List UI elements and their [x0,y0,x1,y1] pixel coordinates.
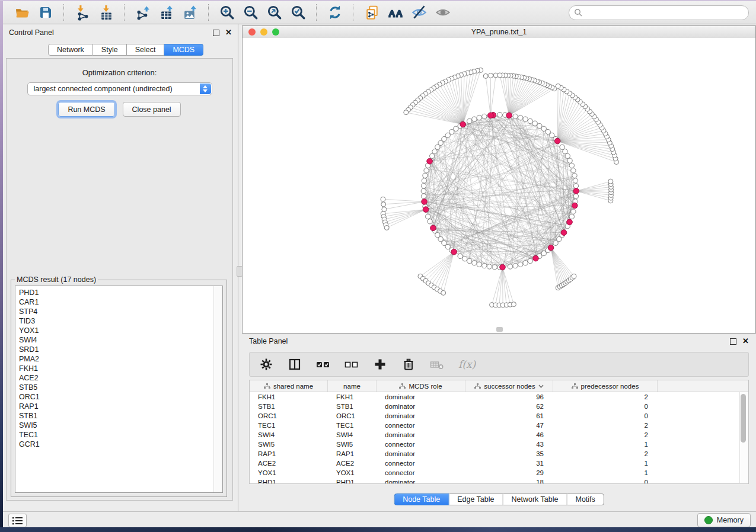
network-node[interactable] [569,163,574,168]
network-node[interactable] [424,168,429,173]
run-mcds-button[interactable]: Run MCDS [58,102,114,117]
deselect-all-button[interactable] [344,357,359,371]
table-row[interactable]: SWI5SWI5connector431 [250,440,748,449]
network-node[interactable] [467,118,472,123]
network-leaf-node[interactable] [382,207,387,211]
table-row[interactable]: ACE2ACE2connector311 [250,459,748,468]
network-node[interactable] [435,145,440,149]
network-leaf-node[interactable] [384,225,389,230]
zoom-in-button[interactable] [218,4,237,21]
mcds-result-item[interactable]: SWI4 [19,335,222,345]
network-leaf-node[interactable] [483,73,488,78]
tab-node-table[interactable]: Node Table [394,493,449,505]
table-row[interactable]: SWI4SWI4dominator462 [250,430,748,440]
network-hub-node[interactable] [427,158,433,164]
memory-button[interactable]: Memory [697,513,751,527]
network-node[interactable] [472,117,477,121]
network-node[interactable] [518,262,523,267]
network-node[interactable] [487,264,492,269]
column-header-successor-nodes[interactable]: successor nodes [465,380,553,392]
export-network-button[interactable] [133,4,152,21]
network-leaf-node[interactable] [381,202,386,207]
table-row[interactable]: TEC1TEC1connector472 [250,421,748,430]
canvas-hscroll-thumb[interactable] [496,327,503,332]
network-node[interactable] [528,118,532,123]
delete-row-button[interactable] [401,357,416,371]
column-header-shared-name[interactable]: shared name [250,380,328,392]
network-canvas[interactable] [243,38,755,333]
hide-selected-button[interactable] [410,4,429,21]
network-node[interactable] [472,261,477,265]
close-window-traffic-light[interactable] [248,28,256,36]
mcds-result-item[interactable]: STP4 [19,307,222,316]
network-hub-node[interactable] [548,245,554,251]
table-settings-button[interactable] [259,357,273,371]
tab-network-table[interactable]: Network Table [503,493,567,505]
show-columns-button[interactable] [288,357,302,371]
network-hub-node[interactable] [573,188,579,194]
float-table-panel-icon[interactable] [730,338,736,345]
table-row[interactable]: STB1STB1dominator620 [250,402,748,411]
zoom-selected-button[interactable] [289,4,308,21]
network-node[interactable] [541,126,546,131]
network-hub-node[interactable] [567,219,573,225]
network-node[interactable] [467,258,472,263]
network-node[interactable] [569,214,574,219]
network-hub-node[interactable] [572,203,578,209]
network-hub-node[interactable] [533,255,539,261]
column-header-mcds-role[interactable]: MCDS role [377,380,465,392]
network-node[interactable] [528,258,532,263]
network-node[interactable] [567,158,572,163]
mcds-result-item[interactable]: SWI5 [19,421,222,430]
import-network-button[interactable] [73,4,92,21]
close-panel-button[interactable]: Close panel [123,102,181,117]
network-hub-node[interactable] [422,199,428,205]
network-node[interactable] [532,121,537,126]
network-node[interactable] [432,149,437,153]
network-node[interactable] [573,184,578,188]
table-row[interactable]: FKH1FKH1dominator962 [250,392,748,402]
network-node[interactable] [425,214,430,219]
column-header-predecessor-nodes[interactable]: predecessor nodes [553,380,658,392]
network-leaf-node[interactable] [489,73,493,78]
table-row[interactable]: ORC1ORC1dominator610 [250,411,748,421]
export-table-button[interactable] [157,4,176,21]
network-node[interactable] [442,241,446,245]
network-node[interactable] [497,113,502,117]
zoom-fit-button[interactable] [265,4,284,21]
network-node[interactable] [523,117,528,121]
tab-select[interactable]: Select [127,44,165,56]
network-node[interactable] [477,115,481,120]
table-row[interactable]: YOX1YOX1connector291 [250,468,748,477]
network-node[interactable] [571,209,576,214]
import-table-button[interactable] [97,4,116,21]
close-table-panel-icon[interactable]: ✕ [742,338,749,344]
network-node[interactable] [513,263,518,268]
mcds-result-item[interactable]: ACE2 [19,373,222,383]
network-hub-node[interactable] [506,113,512,118]
apply-layout-button[interactable] [326,4,344,21]
table-scrollbar-track[interactable] [739,392,748,483]
network-node[interactable] [572,173,577,178]
mcds-result-item[interactable]: YOX1 [19,326,222,335]
network-hub-node[interactable] [500,264,506,270]
network-node[interactable] [458,254,462,258]
network-hub-node[interactable] [423,207,429,213]
network-leaf-node[interactable] [404,110,409,115]
tab-mcds[interactable]: MCDS [164,44,203,56]
mcds-result-item[interactable]: TEC1 [19,430,222,440]
network-leaf-node[interactable] [572,274,576,278]
network-node[interactable] [477,262,481,267]
task-history-button[interactable] [8,514,27,527]
mcds-result-item[interactable]: GCR1 [19,440,222,449]
network-node[interactable] [445,133,450,137]
mcds-result-item[interactable]: PMA2 [19,354,222,364]
zoom-window-traffic-light[interactable] [272,28,279,36]
search-box[interactable] [569,5,749,20]
network-leaf-node[interactable] [441,290,446,295]
network-node[interactable] [421,194,426,198]
network-node[interactable] [573,194,578,198]
network-window-titlebar[interactable]: YPA_prune.txt_1 [243,26,755,39]
network-node[interactable] [565,153,570,158]
network-node[interactable] [563,149,567,153]
